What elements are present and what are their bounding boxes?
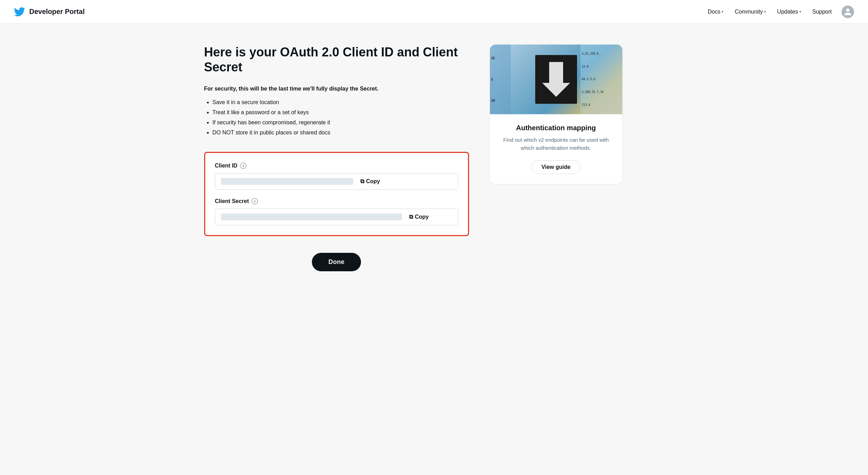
client-id-copy-label: Copy xyxy=(366,178,380,185)
avatar[interactable] xyxy=(842,6,854,18)
info-icon-text: i xyxy=(243,164,244,168)
client-secret-input-row: ⧉ Copy xyxy=(215,209,458,225)
card-description: Find out which v2 endpoints can be used … xyxy=(501,136,611,152)
header-logo: Developer Portal xyxy=(14,6,704,17)
auth-mapping-card: 25 2 20 3,91,250.0 13.9 84,3.5,9 3,5 xyxy=(490,45,622,184)
client-id-info-icon[interactable]: i xyxy=(240,163,246,169)
client-secret-group: Client Secret i ⧉ Copy xyxy=(215,198,458,225)
security-note: For security, this will be the last time… xyxy=(204,86,469,92)
security-list: Save it in a secure location Treat it li… xyxy=(204,98,469,138)
header: Developer Portal Docs ▾ Community ▾ Upda… xyxy=(0,0,868,24)
client-id-copy-button[interactable]: ⧉ Copy xyxy=(358,177,383,186)
client-id-label: Client ID i xyxy=(215,163,458,169)
client-secret-value xyxy=(221,213,402,220)
client-secret-info-icon[interactable]: i xyxy=(252,198,258,204)
nav-updates-label: Updates xyxy=(777,9,798,15)
copy-icon: ⧉ xyxy=(360,178,364,185)
site-title: Developer Portal xyxy=(29,8,85,16)
main-nav: Docs ▾ Community ▾ Updates ▾ Support xyxy=(704,6,854,18)
copy-icon: ⧉ xyxy=(409,214,413,220)
nav-support[interactable]: Support xyxy=(808,6,836,18)
nav-docs[interactable]: Docs ▾ xyxy=(704,6,728,18)
client-id-value xyxy=(221,178,353,185)
done-button[interactable]: Done xyxy=(312,253,361,271)
chevron-down-icon: ▾ xyxy=(764,10,766,14)
client-secret-label-text: Client Secret xyxy=(215,198,249,204)
numbers-right: 3,91,250.0 13.9 84,3.5,9 3,588,32.7,14 2… xyxy=(581,45,622,114)
list-item: DO NOT store it in public places or shar… xyxy=(213,128,469,138)
right-sidebar: 25 2 20 3,91,250.0 13.9 84,3.5,9 3,5 xyxy=(490,45,622,454)
list-item: Treat it like a password or a set of key… xyxy=(213,108,469,118)
card-body: Authentication mapping Find out which v2… xyxy=(490,114,622,184)
down-arrow-icon xyxy=(535,55,577,104)
nav-docs-label: Docs xyxy=(708,9,720,15)
list-item: If security has been compromised, regene… xyxy=(213,118,469,128)
user-avatar-icon xyxy=(844,8,852,16)
twitter-logo-icon xyxy=(14,6,25,17)
done-button-wrapper: Done xyxy=(204,253,469,271)
left-content: Here is your OAuth 2.0 Client ID and Cli… xyxy=(204,45,469,454)
nav-updates[interactable]: Updates ▾ xyxy=(773,6,805,18)
client-secret-copy-label: Copy xyxy=(415,214,429,220)
nav-community[interactable]: Community ▾ xyxy=(730,6,770,18)
card-title: Authentication mapping xyxy=(501,124,611,132)
numbers-left: 25 2 20 xyxy=(490,45,511,114)
page-title: Here is your OAuth 2.0 Client ID and Cli… xyxy=(204,45,469,75)
chevron-down-icon: ▾ xyxy=(722,10,723,14)
client-id-label-text: Client ID xyxy=(215,163,238,169)
credentials-box: Client ID i ⧉ Copy Client Secret xyxy=(204,152,469,236)
client-secret-label: Client Secret i xyxy=(215,198,458,204)
chevron-down-icon: ▾ xyxy=(799,10,801,14)
main-layout: Here is your OAuth 2.0 Client ID and Cli… xyxy=(190,24,678,475)
view-guide-button[interactable]: View guide xyxy=(531,160,581,174)
nav-community-label: Community xyxy=(735,9,763,15)
client-secret-copy-button[interactable]: ⧉ Copy xyxy=(406,212,432,221)
list-item: Save it in a secure location xyxy=(213,98,469,108)
client-id-group: Client ID i ⧉ Copy xyxy=(215,163,458,190)
card-image: 25 2 20 3,91,250.0 13.9 84,3.5,9 3,5 xyxy=(490,45,622,114)
client-id-input-row: ⧉ Copy xyxy=(215,173,458,190)
nav-support-label: Support xyxy=(812,9,832,15)
info-icon-text: i xyxy=(254,199,255,203)
